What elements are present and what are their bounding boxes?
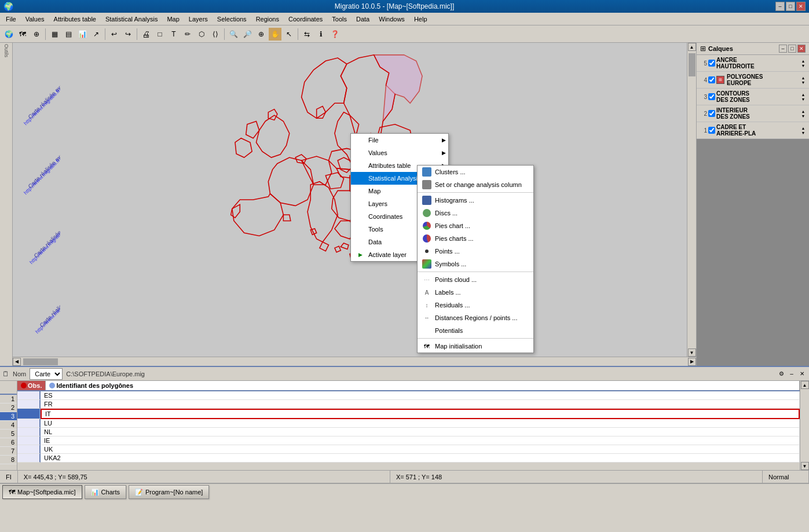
bottom-icon-min[interactable]: – — [787, 369, 796, 379]
layers-close-btn[interactable]: ✕ — [797, 45, 806, 53]
tb-zoom-btn[interactable]: 🔍 — [227, 28, 240, 41]
sub-clusters[interactable]: Clusters ... — [418, 166, 533, 178]
menu-attributes-table[interactable]: Attributes table — [49, 14, 101, 24]
table-row-4[interactable]: LU — [17, 419, 800, 428]
tb-zoomout-btn[interactable]: 🔎 — [241, 28, 254, 41]
scrollbar-left[interactable]: ◀ — [13, 358, 21, 366]
layers-max-btn[interactable]: □ — [788, 45, 796, 53]
layer-down-5[interactable]: ▼ — [800, 63, 807, 68]
tb-globe2-btn[interactable]: 🗺 — [16, 28, 29, 41]
sub-points[interactable]: Points ... — [418, 245, 533, 258]
table-scroll-up[interactable]: ▲ — [801, 381, 809, 389]
table-row-6[interactable]: IE — [17, 436, 800, 445]
layer-down-3[interactable]: ▼ — [800, 97, 807, 101]
sub-set-analysis[interactable]: Set or change analysis column — [418, 178, 533, 191]
sub-histograms[interactable]: Histograms ... — [418, 194, 533, 207]
tb-nav-btn[interactable]: ⇆ — [301, 28, 313, 41]
table-scrollbar-v[interactable]: ▲ ▼ — [800, 381, 809, 470]
tb-map-btn[interactable]: ⊕ — [30, 28, 43, 41]
taskbar-charts-btn[interactable]: 📊 Charts — [85, 485, 126, 499]
sub-discs[interactable]: Discs ... — [418, 207, 533, 219]
tb-print-btn[interactable]: 🖨 — [140, 28, 152, 41]
scrollbar-right[interactable]: ▶ — [688, 358, 696, 366]
layer-up-1[interactable]: ▲ — [800, 126, 807, 130]
menu-selections[interactable]: Selections — [213, 14, 251, 24]
bottom-icon-close[interactable]: ✕ — [797, 369, 807, 379]
tb-help-btn[interactable]: ❓ — [328, 28, 341, 41]
scrollbar-up[interactable]: ▲ — [688, 43, 696, 51]
scrollbar-thumb-h[interactable] — [23, 358, 58, 365]
layer-up-5[interactable]: ▲ — [800, 58, 807, 63]
sub-pies-charts[interactable]: Pies charts ... — [418, 232, 533, 245]
tb-select-btn[interactable]: ⬡ — [195, 28, 208, 41]
menu-layers[interactable]: Layers — [184, 14, 213, 24]
table-row-3[interactable]: IT — [17, 409, 800, 419]
sub-symbols[interactable]: Symbols ... — [418, 258, 533, 270]
tb-text-btn[interactable]: T — [167, 28, 180, 41]
sub-potentials[interactable]: Potentials — [418, 324, 533, 337]
layer-check-4[interactable] — [708, 76, 715, 83]
sub-residuals[interactable]: ↕ Residuals ... — [418, 299, 533, 311]
close-button[interactable]: ✕ — [796, 2, 806, 11]
menu-statistical-analysis[interactable]: Statistical Analysis — [101, 14, 162, 24]
tb-globe-btn[interactable]: 🌍 — [2, 28, 15, 41]
table-row-1[interactable]: ES — [17, 391, 800, 400]
layer-check-1[interactable] — [708, 127, 715, 134]
layer-check-2[interactable] — [708, 110, 715, 117]
menu-windows[interactable]: Windows — [374, 14, 409, 24]
ctx-file[interactable]: File ▶ — [351, 134, 448, 146]
table-row-7[interactable]: UK — [17, 445, 800, 454]
scrollbar-down[interactable]: ▼ — [688, 348, 696, 357]
tb-undo-btn[interactable]: ↩ — [108, 28, 120, 41]
table-scroll-down[interactable]: ▼ — [801, 462, 809, 470]
tb-info-btn[interactable]: ℹ — [314, 28, 327, 41]
sub-pies-chart[interactable]: Pies chart ... — [418, 219, 533, 232]
th-obs[interactable]: Obs. — [17, 381, 46, 390]
tb-lasso-btn[interactable]: ⟨⟩ — [209, 28, 222, 41]
layer-up-2[interactable]: ▲ — [800, 109, 807, 113]
map-canvas[interactable]: Carte réalisée avec Migratio http://www.… — [13, 43, 687, 357]
menu-help[interactable]: Help — [409, 14, 432, 24]
tb-grid-btn[interactable]: ▦ — [48, 28, 61, 41]
table-row-5[interactable]: NL — [17, 428, 800, 436]
layer-down-4[interactable]: ▼ — [800, 80, 807, 85]
table-row-2[interactable]: FR — [17, 400, 800, 409]
nom-select[interactable]: Carte — [30, 368, 63, 380]
scrollbar-thumb-v[interactable] — [689, 53, 695, 76]
menu-regions[interactable]: Regions — [251, 14, 284, 24]
sub-points-cloud[interactable]: ⋯ Points cloud ... — [418, 273, 533, 286]
table-row-8[interactable]: UKA2 — [17, 454, 800, 463]
layer-check-5[interactable] — [708, 60, 715, 67]
tb-preview-btn[interactable]: □ — [153, 28, 166, 41]
sub-distances[interactable]: ↔ Distances Regions / points ... — [418, 311, 533, 324]
layer-down-1[interactable]: ▼ — [800, 130, 807, 135]
left-tool-1[interactable]: Outils — [1, 45, 12, 56]
menu-data[interactable]: Data — [352, 14, 374, 24]
tb-zoomin-btn[interactable]: ⊕ — [255, 28, 268, 41]
menu-coordinates[interactable]: Coordinates — [284, 14, 327, 24]
taskbar-program-btn[interactable]: 📝 Program~[No name] — [129, 485, 209, 499]
menu-file[interactable]: File — [1, 14, 21, 24]
menu-tools[interactable]: Tools — [327, 14, 352, 24]
tb-pen-btn[interactable]: ✏ — [181, 28, 194, 41]
layer-down-2[interactable]: ▼ — [800, 113, 807, 118]
tb-arrow-btn[interactable]: ↖ — [283, 28, 295, 41]
menu-values[interactable]: Values — [21, 14, 49, 24]
ctx-values[interactable]: Values ▶ — [351, 146, 448, 159]
map-scrollbar-h[interactable]: ◀ ▶ — [13, 357, 696, 366]
th-id[interactable]: Identifiant des polygônes — [46, 381, 800, 390]
tb-redo-btn[interactable]: ↪ — [122, 28, 134, 41]
menu-map[interactable]: Map — [162, 14, 184, 24]
tb-table-btn[interactable]: ▤ — [62, 28, 75, 41]
taskbar-map-btn[interactable]: 🗺 Map~[Softpedia.mic] — [2, 485, 82, 499]
tb-hand-btn[interactable]: ✋ — [269, 28, 281, 41]
layer-up-4[interactable]: ▲ — [800, 75, 807, 80]
layer-up-3[interactable]: ▲ — [800, 92, 807, 97]
tb-line-btn[interactable]: ↗ — [90, 28, 103, 41]
sub-map-init[interactable]: 🗺 Map initialisation — [418, 340, 533, 353]
bottom-icon-gear[interactable]: ⚙ — [777, 369, 786, 379]
map-scrollbar-v[interactable]: ▲ ▼ — [687, 43, 696, 357]
layers-min-btn[interactable]: – — [779, 45, 787, 53]
restore-button[interactable]: □ — [786, 2, 795, 11]
minimize-button[interactable]: – — [775, 2, 785, 11]
